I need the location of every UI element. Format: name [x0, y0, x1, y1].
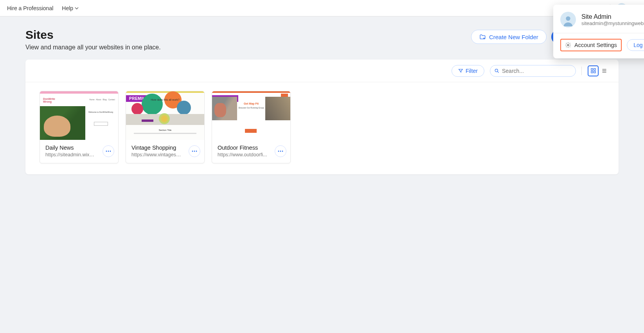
svg-point-10	[192, 151, 193, 152]
site-url: https://www.vintagesh...	[131, 152, 182, 157]
svg-point-16	[566, 16, 570, 21]
svg-point-12	[196, 151, 197, 152]
hire-professional-link[interactable]: Hire a Professional	[7, 5, 53, 11]
panel-toolbar: Filter	[25, 60, 619, 82]
profile-email: siteadmin@mystunningwebsit...	[581, 20, 644, 26]
page-title: Sites	[25, 28, 161, 42]
filter-icon	[458, 68, 463, 73]
svg-point-15	[282, 151, 283, 152]
create-folder-label: Create New Folder	[489, 34, 538, 40]
site-card[interactable]: DonWrite Wrong Home · About · Blog · Con…	[40, 91, 119, 163]
view-toggle	[587, 65, 610, 77]
site-card-body: Daily News https://siteadmin.wixsi...	[40, 140, 118, 163]
filter-label: Filter	[466, 68, 478, 74]
svg-point-11	[194, 151, 195, 152]
account-settings-label: Account Settings	[574, 42, 617, 48]
filter-button[interactable]: Filter	[452, 65, 484, 77]
logout-button[interactable]: Log Out	[627, 39, 644, 51]
svg-point-9	[110, 151, 111, 152]
svg-point-14	[280, 151, 281, 152]
account-settings-button[interactable]: Account Settings	[560, 39, 622, 51]
svg-point-2	[495, 69, 498, 72]
profile-actions: Account Settings Log Out	[560, 39, 644, 51]
logout-label: Log Out	[633, 42, 644, 48]
svg-rect-3	[591, 69, 592, 70]
site-url: https://www.outdoorfi...	[218, 152, 268, 157]
topbar: Hire a Professional Help	[0, 0, 644, 16]
site-actions-button[interactable]	[103, 145, 114, 157]
profile-name: Site Admin	[581, 13, 644, 20]
gear-icon	[565, 42, 571, 48]
list-view-button[interactable]	[599, 65, 610, 76]
site-thumbnail: DonWrite Wrong Home · About · Blog · Con…	[40, 91, 118, 140]
svg-point-13	[278, 151, 279, 152]
folder-plus-icon	[479, 34, 486, 40]
search-field[interactable]	[490, 65, 576, 77]
site-thumbnail: PREMIUM Get Map FitDiscover Our Running …	[212, 91, 290, 140]
search-input[interactable]	[502, 68, 572, 74]
site-card[interactable]: PREMIUM How does this all work? Section …	[126, 91, 205, 163]
divider	[581, 67, 582, 75]
help-label: Help	[62, 5, 73, 11]
grid-view-button[interactable]	[588, 65, 599, 76]
page-subtitle: View and manage all your websites in one…	[25, 44, 161, 51]
chevron-down-icon	[75, 6, 79, 10]
site-actions-button[interactable]	[275, 145, 286, 157]
site-card[interactable]: PREMIUM Get Map FitDiscover Our Running …	[212, 91, 291, 163]
header-text: Sites View and manage all your websites …	[25, 28, 161, 51]
site-actions-button[interactable]	[189, 145, 200, 157]
site-card-body: Vintage Shopping https://www.vintagesh..…	[126, 140, 204, 163]
search-icon	[494, 68, 500, 74]
profile-header: Site Admin siteadmin@mystunningwebsit...	[560, 12, 644, 27]
dots-icon	[106, 150, 111, 152]
site-cards: DonWrite Wrong Home · About · Blog · Con…	[25, 82, 619, 174]
help-menu[interactable]: Help	[62, 5, 79, 11]
site-card-body: Outdoor Fitness https://www.outdoorfi...	[212, 140, 290, 163]
sites-panel: Filter DonWrite Wrong	[25, 60, 619, 174]
avatar-icon	[560, 12, 576, 27]
topbar-left: Hire a Professional Help	[7, 5, 79, 11]
svg-point-8	[108, 151, 109, 152]
dots-icon	[192, 150, 197, 152]
svg-rect-5	[591, 71, 592, 73]
svg-rect-6	[594, 71, 595, 73]
profile-dropdown: Site Admin siteadmin@mystunningwebsit...…	[553, 5, 644, 58]
svg-rect-4	[594, 69, 595, 70]
create-folder-button[interactable]: Create New Folder	[471, 30, 547, 44]
page-content: Sites View and manage all your websites …	[0, 16, 644, 186]
dots-icon	[278, 150, 283, 152]
header-row: Sites View and manage all your websites …	[25, 28, 619, 51]
divider	[553, 33, 644, 33]
grid-icon	[590, 68, 596, 74]
svg-point-17	[567, 44, 569, 46]
list-icon	[601, 68, 607, 74]
site-url: https://siteadmin.wixsi...	[45, 152, 96, 157]
profile-info: Site Admin siteadmin@mystunningwebsit...	[581, 13, 644, 26]
site-thumbnail: PREMIUM How does this all work? Section …	[126, 91, 204, 140]
svg-point-7	[106, 151, 107, 152]
